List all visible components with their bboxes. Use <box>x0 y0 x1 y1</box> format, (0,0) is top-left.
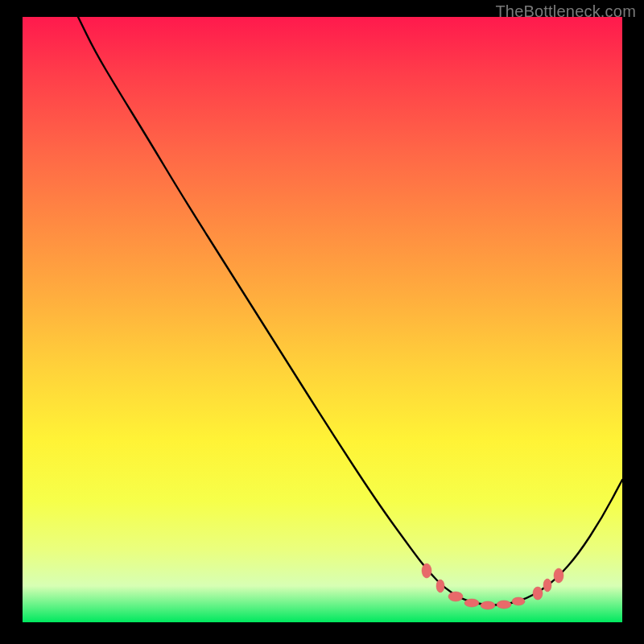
chart-plot-area <box>23 17 622 622</box>
bead-marker <box>512 597 525 605</box>
bead-marker <box>448 592 463 601</box>
bead-marker <box>554 568 564 583</box>
chart-svg <box>23 17 622 622</box>
watermark-label: TheBottleneck.com <box>495 2 636 21</box>
bead-marker <box>481 601 495 609</box>
bead-marker <box>497 601 511 609</box>
bead-marker <box>533 587 543 600</box>
curve-line <box>78 17 622 605</box>
bead-marker <box>422 564 431 578</box>
bead-marker <box>464 599 479 607</box>
bead-marker <box>436 580 444 592</box>
beads-group <box>422 564 564 609</box>
bead-marker <box>543 579 551 592</box>
